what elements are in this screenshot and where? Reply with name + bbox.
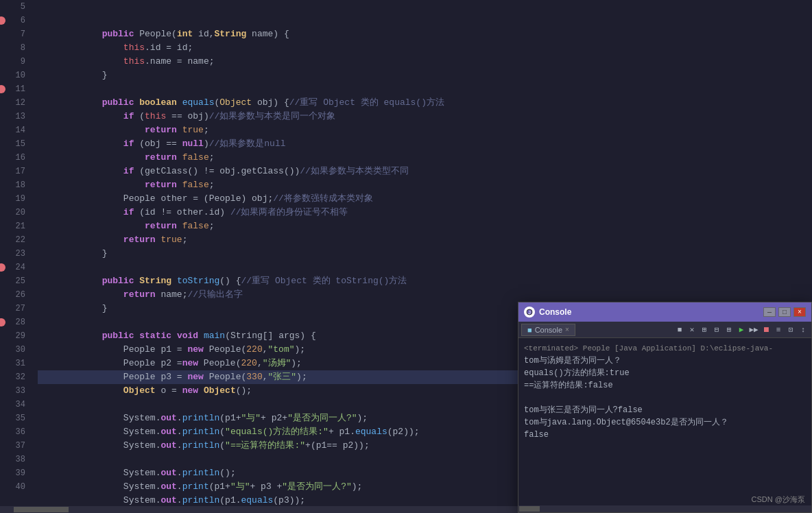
svg-text:J: J (528, 309, 532, 315)
minimize-button[interactable]: — (763, 307, 776, 317)
watermark: CSDN @沙海泵 (752, 494, 805, 505)
console-tab-close-icon[interactable]: × (565, 326, 569, 333)
console-output-2: equals()方法的结果:true (524, 367, 806, 379)
line-num-20: 20 (0, 206, 25, 219)
console-output-3: ==运算符的结果:false (524, 379, 806, 392)
toolbar-run-all-icon[interactable]: ▶▶ (748, 324, 759, 335)
toolbar-menu-icon[interactable]: ≡ (773, 324, 784, 335)
console-tab-label: Console (535, 326, 562, 334)
line-num-24: 24 (0, 261, 25, 274)
line-num-23: 23 (0, 247, 25, 261)
line-num-17: 17 (0, 165, 25, 178)
console-win-controls: — □ × (763, 307, 806, 317)
console-panel: J Console — □ × ■ Console × ■ ✕ ⊞ ⊟ ⊞ ▶ … (518, 302, 812, 513)
console-output-1: tom与汤姆是否为同一人？ (524, 355, 806, 367)
toolbar-pin-icon[interactable]: ⊡ (785, 324, 796, 335)
toolbar-stop-icon[interactable]: ⏹ (761, 324, 772, 335)
console-scrollbar-area (518, 505, 811, 512)
toolbar-clear-icon[interactable]: ■ (674, 324, 685, 335)
line-num-39: 39 (0, 466, 25, 480)
code-line-23 (38, 247, 812, 261)
console-title-left: J Console (524, 307, 571, 318)
close-button[interactable]: × (793, 307, 806, 317)
line-num-10: 10 (0, 69, 25, 82)
console-title-text: Console (539, 307, 571, 317)
code-line-10 (38, 69, 812, 82)
line-num-36: 36 (0, 425, 25, 439)
console-content[interactable]: <terminated> People [Java Application] D… (518, 338, 811, 505)
toolbar-paste-icon[interactable]: ⊟ (711, 324, 722, 335)
code-line-6: public People(int id,String name) { (38, 14, 812, 27)
console-scrollbar-thumb[interactable] (519, 506, 540, 512)
console-app-icon: J (524, 307, 535, 318)
console-output-6: false (524, 429, 806, 441)
line-num-14: 14 (0, 123, 25, 137)
line-num-13: 13 (0, 110, 25, 123)
line-num-40: 40 (0, 480, 25, 494)
line-num-5: 5 (0, 0, 25, 14)
line-num-21: 21 (0, 219, 25, 233)
maximize-button[interactable]: □ (778, 307, 791, 317)
toolbar-remove-icon[interactable]: ✕ (686, 324, 697, 335)
line-num-31: 31 (0, 357, 25, 370)
line-num-9: 9 (0, 55, 25, 69)
line-num-18: 18 (0, 178, 25, 192)
line-num-29: 29 (0, 329, 25, 343)
line-num-38: 38 (0, 453, 25, 466)
console-tab-icon: ■ (527, 326, 532, 334)
line-num-11: 11 (0, 82, 25, 96)
line-num-27: 27 (0, 302, 25, 315)
toolbar-scroll-lock-icon[interactable]: ⊞ (724, 324, 735, 335)
line-num-6: 6 (0, 14, 25, 27)
editor-scrollbar-thumb[interactable] (14, 507, 69, 512)
line-num-35: 35 (0, 411, 25, 425)
line-num-12: 12 (0, 96, 25, 110)
line-num-25: 25 (0, 274, 25, 288)
code-line-11: public boolean equals(Object obj) {//重写 … (38, 82, 812, 96)
line-num-26: 26 (0, 288, 25, 302)
toolbar-expand-icon[interactable]: ↕ (798, 324, 809, 335)
toolbar-run-icon[interactable]: ▶ (736, 324, 747, 335)
line-num-22: 22 (0, 233, 25, 247)
line-numbers: 5 6 7 8 9 10 11 12 13 14 15 16 17 18 19 … (0, 0, 31, 513)
console-header-line: <terminated> People [Java Application] D… (524, 342, 806, 355)
line-num-8: 8 (0, 41, 25, 55)
console-toolbar: ■ Console × ■ ✕ ⊞ ⊟ ⊞ ▶ ▶▶ ⏹ ≡ ⊡ ↕ (518, 322, 811, 338)
console-output-4: tom与张三是否为同一人?false (524, 404, 806, 416)
line-num-15: 15 (0, 137, 25, 151)
console-blank-1 (524, 392, 806, 404)
line-num-28: 28 (0, 315, 25, 329)
code-line-24: public String toString() {//重写 Object 类的… (38, 261, 812, 274)
line-num-16: 16 (0, 151, 25, 165)
line-num-19: 19 (0, 192, 25, 206)
line-num-30: 30 (0, 343, 25, 357)
console-tab[interactable]: ■ Console × (521, 324, 575, 336)
toolbar-copy-icon[interactable]: ⊞ (699, 324, 710, 335)
line-num-7: 7 (0, 27, 25, 41)
console-titlebar: J Console — □ × (518, 302, 811, 322)
code-line-5 (38, 0, 812, 14)
toolbar-icons-group: ■ ✕ ⊞ ⊟ ⊞ ▶ ▶▶ ⏹ ≡ ⊡ ↕ (674, 324, 809, 335)
line-num-33: 33 (0, 384, 25, 398)
line-num-37: 37 (0, 439, 25, 453)
line-num-32: 32 (0, 370, 25, 384)
line-num-34: 34 (0, 398, 25, 411)
console-output-5: tom与java.lang.Object@6504e3b2是否为同一人？ (524, 416, 806, 429)
